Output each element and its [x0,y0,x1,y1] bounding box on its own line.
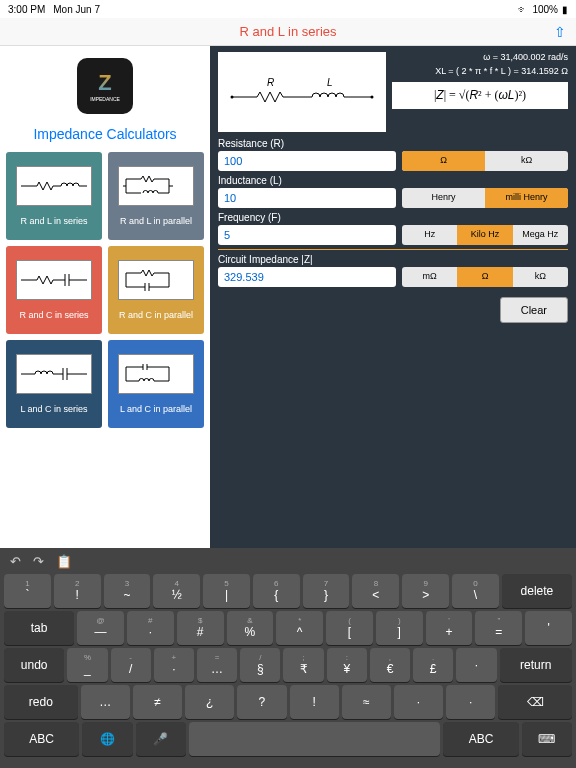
key-…[interactable]: … [81,685,130,719]
key-=[interactable]: "= [475,611,522,645]
wifi-icon: ᯤ [518,4,528,15]
key-`[interactable]: 1` [4,574,51,608]
key-·[interactable]: · [394,685,443,719]
key-₹[interactable]: ;₹ [283,648,323,682]
key-#[interactable]: $# [177,611,224,645]
card-label: R and L in series [20,216,87,226]
seg-Ω[interactable]: Ω [457,267,512,287]
key-?[interactable]: ? [237,685,286,719]
key-delete[interactable]: delete [502,574,572,608]
redo-icon[interactable]: ↷ [33,554,44,569]
impedance-output[interactable] [218,267,396,287]
card-label: R and C in series [19,310,88,320]
card-r-and-l-in-series[interactable]: R and L in series [6,152,102,240]
key->[interactable]: 9> [402,574,449,608]
key-{[interactable]: 6{ [253,574,300,608]
key-·[interactable]: · [456,648,496,682]
inductance-label: Inductance (L) [218,175,568,186]
key-…[interactable]: =… [197,648,237,682]
seg-MegaHz[interactable]: Mega Hz [513,225,568,245]
status-date: Mon Jun 7 [53,4,100,15]
logo: Z IMPEDANCE [0,46,210,120]
paste-icon[interactable]: 📋 [56,554,72,569]
share-icon[interactable]: ⇧ [554,24,566,40]
sidebar: Z IMPEDANCE Impedance Calculators R and … [0,46,210,548]
card-l-and-c-in-series[interactable]: L and C in series [6,340,102,428]
key-+[interactable]: '+ [426,611,473,645]
key-space[interactable] [189,722,440,756]
key-][interactable]: )] [376,611,423,645]
key-redo[interactable]: redo [4,685,78,719]
key-·[interactable]: +· [154,648,194,682]
key-'[interactable]: ' [525,611,572,645]
nav-bar: R and L in series ⇧ [0,18,576,46]
seg-mΩ[interactable]: mΩ [402,267,457,287]
key-return[interactable]: return [500,648,572,682]
key-ABC[interactable]: ABC [443,722,518,756]
key-%[interactable]: &% [227,611,274,645]
key-⌫[interactable]: ⌫ [498,685,572,719]
key-![interactable]: ! [290,685,339,719]
key-ABC[interactable]: ABC [4,722,79,756]
key-¥[interactable]: :¥ [327,648,367,682]
resistance-input[interactable] [218,151,396,171]
key-_[interactable]: %_ [67,648,107,682]
seg-Ω[interactable]: Ω [402,151,485,171]
key-^[interactable]: *^ [276,611,323,645]
key-undo[interactable]: undo [4,648,64,682]
status-bar: 3:00 PM Mon Jun 7 ᯤ 100% ▮ [0,0,576,18]
svg-text:R: R [267,77,274,88]
status-time: 3:00 PM [8,4,45,15]
formula-box: |Z| = √(R² + (ωL)²) [392,82,568,109]
card-diagram [16,354,92,394]
battery-icon: ▮ [562,4,568,15]
seg-Henry[interactable]: Henry [402,188,485,208]
card-l-and-c-in-parallel[interactable]: L and C in parallel [108,340,204,428]
key-⌨[interactable]: ⌨ [522,722,572,756]
seg-kΩ[interactable]: kΩ [513,267,568,287]
key-tab[interactable]: tab [4,611,74,645]
xl-text: XL = ( 2 * π * f * L ) = 314.1592 Ω [392,66,568,76]
key-·[interactable]: · [446,685,495,719]
card-diagram [16,166,92,206]
seg-milliHenry[interactable]: milli Henry [485,188,568,208]
logo-z-icon: Z [98,70,111,96]
key-½[interactable]: 4½ [153,574,200,608]
key-·[interactable]: #· [127,611,174,645]
frequency-input[interactable] [218,225,396,245]
seg-Hz[interactable]: Hz [402,225,457,245]
key-/[interactable]: -/ [111,648,151,682]
svg-text:L: L [327,77,333,88]
key-[[interactable]: ([ [326,611,373,645]
seg-kΩ[interactable]: kΩ [485,151,568,171]
undo-icon[interactable]: ↶ [10,554,21,569]
key-🌐[interactable]: 🌐 [82,722,132,756]
card-label: R and C in parallel [119,310,193,320]
battery-pct: 100% [532,4,558,15]
key-¿[interactable]: ¿ [185,685,234,719]
sidebar-title: Impedance Calculators [0,120,210,152]
card-r-and-c-in-parallel[interactable]: R and C in parallel [108,246,204,334]
key-€[interactable]: ,€ [370,648,410,682]
key-}[interactable]: 7} [303,574,350,608]
detail-panel: R L ω = 31,400.002 rad/s XL = ( 2 * π * … [210,46,576,548]
key-≠[interactable]: ≠ [133,685,182,719]
key-§[interactable]: /§ [240,648,280,682]
card-r-and-l-in-parallel[interactable]: R and L in parallel [108,152,204,240]
key-![interactable]: 2! [54,574,101,608]
card-label: L and C in parallel [120,404,192,414]
resistance-label: Resistance (R) [218,138,568,149]
key-≈[interactable]: ≈ [342,685,391,719]
key-~[interactable]: 3~ [104,574,151,608]
seg-KiloHz[interactable]: Kilo Hz [457,225,512,245]
key-<[interactable]: 8< [352,574,399,608]
key-|[interactable]: 5| [203,574,250,608]
divider [218,249,568,250]
key-—[interactable]: @— [77,611,124,645]
key-🎤[interactable]: 🎤 [136,722,186,756]
key-\[interactable]: 0\ [452,574,499,608]
key-£[interactable]: .£ [413,648,453,682]
clear-button[interactable]: Clear [500,297,568,323]
card-r-and-c-in-series[interactable]: R and C in series [6,246,102,334]
inductance-input[interactable] [218,188,396,208]
